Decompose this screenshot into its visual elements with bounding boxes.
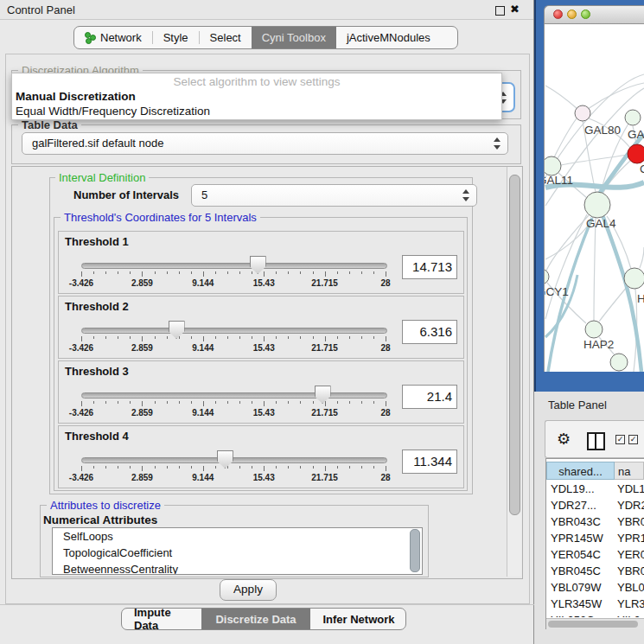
slider-tick-label: 21.715 xyxy=(311,343,338,353)
network-node[interactable] xyxy=(624,268,644,289)
table-row[interactable]: YDR27...YDR2 xyxy=(546,497,644,513)
threshold-value-field[interactable]: 11.344 xyxy=(402,450,457,474)
num-intervals-label: Number of Intervals xyxy=(73,188,179,201)
horizontal-scrollbar-thumb[interactable] xyxy=(548,621,638,628)
threshold-value-field[interactable]: 21.4 xyxy=(402,385,457,409)
close-icon[interactable]: ✖ xyxy=(510,3,520,16)
horizontal-scrollbar[interactable] xyxy=(546,618,644,629)
attributes-list[interactable]: SelfLoopsTopologicalCoefficientBetweenne… xyxy=(52,527,423,575)
slider-minor-tick xyxy=(252,466,252,469)
column-header-name[interactable]: na xyxy=(615,462,644,480)
slider-minor-tick xyxy=(191,271,192,274)
threshold-slider-track[interactable] xyxy=(81,457,387,463)
table-data-combobox[interactable]: galFiltered.sif default node xyxy=(22,132,508,155)
slider-tick-label: 15.43 xyxy=(253,278,275,288)
threshold-slider-thumb[interactable] xyxy=(217,450,233,469)
table-row[interactable]: YDL19...YDL1 xyxy=(546,481,644,497)
network-node[interactable] xyxy=(585,321,603,338)
control-panel-titlebar: Control Panel ✖ xyxy=(0,0,534,20)
network-node[interactable] xyxy=(628,144,644,163)
columns-icon[interactable] xyxy=(587,432,605,450)
gear-icon[interactable]: ⚙ xyxy=(557,430,571,449)
slider-minor-tick xyxy=(276,401,277,404)
table-row[interactable]: YLR345WYLR3 xyxy=(546,596,644,612)
dropdown-option-manual[interactable]: Manual Discretization xyxy=(15,89,499,104)
network-edge[interactable] xyxy=(599,286,628,322)
network-node[interactable] xyxy=(610,354,628,371)
table-row[interactable]: YER054CYER0 xyxy=(546,546,644,563)
slider-tick-label: 9.144 xyxy=(192,278,214,288)
column-header-shared-name[interactable]: shared... xyxy=(546,462,615,480)
network-edge[interactable] xyxy=(594,218,596,321)
slider-minor-tick xyxy=(179,401,180,404)
network-node[interactable] xyxy=(542,156,561,175)
network-node[interactable] xyxy=(575,105,590,121)
threshold-value-field[interactable]: 14.713 xyxy=(402,255,457,279)
table-row[interactable]: YBR043CYBR0 xyxy=(546,513,644,530)
network-node-label: GA xyxy=(628,128,644,141)
network-node[interactable] xyxy=(625,110,641,125)
vertical-scrollbar-thumb[interactable] xyxy=(509,175,520,515)
slider-minor-tick xyxy=(373,466,374,469)
slider-minor-tick xyxy=(105,401,106,404)
apply-button[interactable]: Apply xyxy=(220,579,277,601)
tab-select[interactable]: Select xyxy=(200,27,252,48)
slider-minor-tick xyxy=(361,466,362,469)
slider-minor-tick xyxy=(118,336,118,339)
num-intervals-combobox[interactable]: 5 xyxy=(191,184,477,207)
tab-network[interactable]: Network xyxy=(74,27,152,48)
threshold-value-field[interactable]: 6.316 xyxy=(402,320,457,344)
slider-minor-tick xyxy=(288,271,289,274)
table-row[interactable]: YBR045CYBR0 xyxy=(546,563,644,579)
tab-cyni-toolbox[interactable]: Cyni Toolbox xyxy=(252,27,336,48)
tab-discretize-data[interactable]: Discretize Data xyxy=(201,609,310,629)
tab-infer-network[interactable]: Infer Network xyxy=(310,609,406,629)
network-edge[interactable] xyxy=(545,86,577,109)
checkbox-icon[interactable] xyxy=(615,435,625,444)
list-item[interactable]: TopologicalCoefficient xyxy=(53,545,422,561)
table-row[interactable]: YBL079WYBL0 xyxy=(546,579,644,596)
slider-minor-tick xyxy=(227,271,228,274)
cell-name: YIL0 xyxy=(617,612,641,617)
slider-minor-tick xyxy=(155,466,156,469)
slider-minor-tick xyxy=(167,336,168,339)
threshold-slider-thumb[interactable] xyxy=(169,321,185,339)
slider-minor-tick xyxy=(93,271,94,274)
cell-shared-name: YER054C xyxy=(551,546,601,563)
network-node[interactable] xyxy=(584,192,610,218)
network-edge[interactable] xyxy=(545,214,587,319)
threshold-slider-track[interactable] xyxy=(81,392,387,399)
checkbox-icon[interactable] xyxy=(628,435,638,444)
network-node[interactable] xyxy=(534,269,549,284)
network-graph[interactable]: GAL80GAGGAL11GAL4GCY1HHAP2 xyxy=(534,0,644,392)
slider-minor-tick xyxy=(118,466,118,469)
dropdown-option-equal-width[interactable]: Equal Width/Frequency Discretization xyxy=(15,104,499,118)
network-edge[interactable] xyxy=(554,118,577,157)
list-scrollbar-thumb[interactable] xyxy=(410,529,420,572)
slider-tick-label: 28 xyxy=(380,278,390,288)
slider-minor-tick xyxy=(349,336,350,339)
slider-minor-tick xyxy=(167,466,168,469)
slider-major-tick xyxy=(386,271,386,277)
table-row[interactable]: YPR145WYPR1 xyxy=(546,530,644,546)
threshold-slider-track[interactable] xyxy=(81,263,387,269)
float-icon[interactable] xyxy=(495,6,505,16)
network-edge[interactable] xyxy=(640,247,644,268)
slider-minor-tick xyxy=(93,466,94,469)
list-item[interactable]: BetweennessCentrality xyxy=(53,561,422,575)
network-edge[interactable] xyxy=(561,155,628,165)
tab-jactivemnodules[interactable]: jActiveMNodules xyxy=(336,27,441,48)
network-edge[interactable] xyxy=(588,83,644,109)
threshold-slider-track[interactable] xyxy=(81,328,387,334)
slider-minor-tick xyxy=(191,401,192,404)
table-row[interactable]: YIL052CYIL0 xyxy=(546,612,644,617)
cell-shared-name: YIL052C xyxy=(551,612,595,617)
threshold-slider-thumb[interactable] xyxy=(315,386,331,404)
slider-major-tick xyxy=(264,466,265,471)
thresholds-group-title: Threshold's Coordinates for 5 Intervals xyxy=(61,211,260,224)
slider-minor-tick xyxy=(105,271,106,274)
slider-major-tick xyxy=(142,336,143,341)
tab-style[interactable]: Style xyxy=(153,27,199,48)
list-item[interactable]: SelfLoops xyxy=(53,528,422,545)
tab-impute-data[interactable]: Impute Data xyxy=(122,609,201,629)
